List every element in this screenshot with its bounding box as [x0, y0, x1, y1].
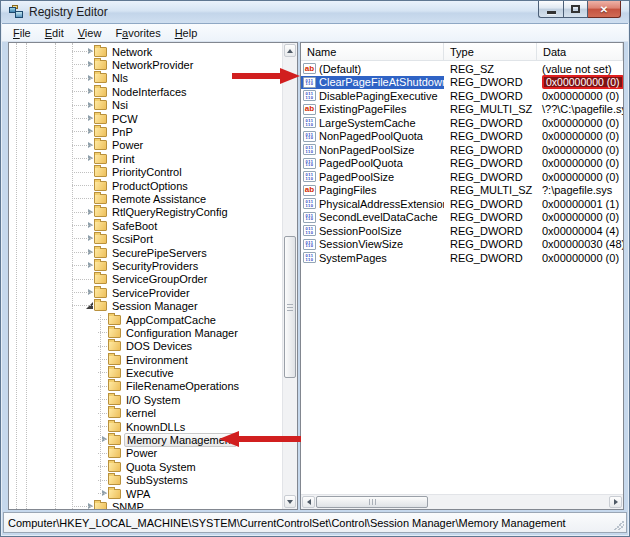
tree-item-appcompatcache[interactable]: AppCompatCache — [9, 313, 282, 326]
tree-item-label[interactable]: FileRenameOperations — [124, 380, 241, 392]
scroll-up-button[interactable] — [284, 44, 296, 57]
value-row-clearpagefileatshutdown[interactable]: 011 110ClearPageFileAtShutdownREG_DWORD0… — [301, 76, 623, 90]
column-header-data[interactable]: Data — [537, 43, 623, 60]
tree-item-label[interactable]: PCW — [110, 113, 140, 125]
expand-icon[interactable] — [88, 222, 93, 228]
value-name-cell[interactable]: 011 110ClearPageFileAtShutdown — [301, 76, 444, 90]
scroll-right-button[interactable] — [609, 496, 622, 508]
value-row-nonpagedpoolquota[interactable]: 011 110NonPagedPoolQuotaREG_DWORD0x00000… — [301, 130, 623, 144]
value-row-pagingfiles[interactable]: abPagingFilesREG_MULTI_SZ?:\pagefile.sys — [301, 184, 623, 198]
tree-item-label[interactable]: PnP — [110, 126, 135, 138]
tree-item-label[interactable]: ServiceProvider — [110, 287, 192, 299]
expand-icon[interactable] — [88, 102, 93, 108]
menu-view[interactable]: View — [71, 25, 109, 41]
tree-item-power[interactable]: Power — [9, 139, 282, 152]
tree-item-pcw[interactable]: PCW — [9, 112, 282, 125]
value-row-pagedpoolsize[interactable]: 011 110PagedPoolSizeREG_DWORD0x00000000 … — [301, 170, 623, 184]
expand-icon[interactable] — [102, 490, 107, 496]
tree-item-filerenameoperations[interactable]: FileRenameOperations — [9, 380, 282, 393]
tree-item-serviceprovider[interactable]: ServiceProvider — [9, 286, 282, 299]
tree-item-session-manager[interactable]: Session Manager — [9, 299, 282, 312]
scrollbar-thumb[interactable] — [316, 496, 428, 508]
expand-icon[interactable] — [88, 289, 93, 295]
tree-item-label[interactable]: Remote Assistance — [110, 193, 208, 205]
tree-item-quota-system[interactable]: Quota System — [9, 460, 282, 473]
tree-item-i-o-system[interactable]: I/O System — [9, 393, 282, 406]
tree-item-configuration-manager[interactable]: Configuration Manager — [9, 326, 282, 339]
tree-item-label[interactable]: KnownDLLs — [124, 421, 187, 433]
value-name-cell[interactable]: 011 110NonPagedPoolQuota — [301, 130, 444, 144]
expand-icon[interactable] — [88, 61, 93, 67]
tree-item-nodeinterfaces[interactable]: NodeInterfaces — [9, 85, 282, 98]
expand-icon[interactable] — [88, 503, 93, 509]
column-header-name[interactable]: Name — [301, 43, 444, 60]
tree-item-label[interactable]: NodeInterfaces — [110, 86, 189, 98]
tree-item-label[interactable]: AppCompatCache — [124, 314, 218, 326]
tree-item-remote-assistance[interactable]: Remote Assistance — [9, 192, 282, 205]
tree-item-scsiport[interactable]: ScsiPort — [9, 232, 282, 245]
value-row-sessionpoolsize[interactable]: 011 110SessionPoolSizeREG_DWORD0x0000000… — [301, 224, 623, 238]
tree-item-label[interactable]: Session Manager — [110, 300, 200, 312]
tree-item-label[interactable]: DOS Devices — [124, 340, 194, 352]
value-row-pagedpoolquota[interactable]: 011 110PagedPoolQuotaREG_DWORD0x00000000… — [301, 157, 623, 171]
tree-item-label[interactable]: SecurePipeServers — [110, 247, 209, 259]
scroll-down-button[interactable] — [284, 495, 296, 508]
scrollbar-thumb[interactable] — [284, 236, 296, 378]
value-name-cell[interactable]: ab(Default) — [301, 62, 444, 76]
value-name-cell[interactable]: 011 110DisablePagingExecutive — [301, 89, 444, 103]
menu-help[interactable]: Help — [168, 25, 205, 41]
tree-item-label[interactable]: Power — [124, 447, 159, 459]
value-row-systempages[interactable]: 011 110SystemPagesREG_DWORD0x00000000 (0… — [301, 251, 623, 265]
value-name-cell[interactable]: 011 110SystemPages — [301, 251, 444, 265]
tree-item-label[interactable]: SubSystems — [124, 474, 190, 486]
tree-item-label[interactable]: Nsi — [110, 99, 130, 111]
value-row-existingpagefiles[interactable]: abExistingPageFilesREG_MULTI_SZ\??\C:\pa… — [301, 103, 623, 117]
expand-icon[interactable] — [88, 142, 93, 148]
tree-item-label[interactable]: Nls — [110, 72, 130, 84]
value-name-cell[interactable]: 011 110PagedPoolQuota — [301, 157, 444, 171]
tree-item-kernel[interactable]: kernel — [9, 407, 282, 420]
tree-item-label[interactable]: SecurityProviders — [110, 260, 200, 272]
value-row-sessionviewsize[interactable]: 011 110SessionViewSizeREG_DWORD0x0000003… — [301, 238, 623, 252]
tree-item-network[interactable]: Network — [9, 45, 282, 58]
column-header-type[interactable]: Type — [444, 43, 537, 60]
expand-icon[interactable] — [88, 235, 93, 241]
tree-item-prioritycontrol[interactable]: PriorityControl — [9, 166, 282, 179]
tree-item-safeboot[interactable]: SafeBoot — [9, 219, 282, 232]
maximize-button[interactable] — [563, 1, 588, 18]
value-name-cell[interactable]: 011 110SessionPoolSize — [301, 224, 444, 238]
tree-item-label[interactable]: ProductOptions — [110, 180, 190, 192]
expand-icon[interactable] — [88, 48, 93, 54]
tree-item-wpa[interactable]: WPA — [9, 487, 282, 500]
tree-item-label[interactable]: PriorityControl — [110, 166, 184, 178]
tree-item-power[interactable]: Power — [9, 447, 282, 460]
tree-item-environment[interactable]: Environment — [9, 353, 282, 366]
tree-item-pnp[interactable]: PnP — [9, 125, 282, 138]
close-button[interactable]: ✕ — [588, 1, 621, 18]
value-name-cell[interactable]: 011 110SessionViewSize — [301, 238, 444, 252]
tree-item-rtlqueryregistryconfig[interactable]: RtlQueryRegistryConfig — [9, 206, 282, 219]
tree-item-label[interactable]: ServiceGroupOrder — [110, 273, 209, 285]
expand-icon[interactable] — [88, 155, 93, 161]
menu-edit[interactable]: Edit — [38, 25, 71, 41]
tree-item-label[interactable]: NetworkProvider — [110, 59, 195, 71]
value-row-nonpagedpoolsize[interactable]: 011 110NonPagedPoolSizeREG_DWORD0x000000… — [301, 143, 623, 157]
value-row-physicaladdressextension[interactable]: 011 110PhysicalAddressExtensionREG_DWORD… — [301, 197, 623, 211]
value-row-default[interactable]: ab(Default)REG_SZ(value not set) — [301, 62, 623, 76]
expand-icon[interactable] — [102, 436, 107, 442]
tree-item-label[interactable]: Configuration Manager — [124, 327, 240, 339]
expand-icon[interactable] — [88, 75, 93, 81]
tree-item-label[interactable]: Executive — [124, 367, 176, 379]
value-name-cell[interactable]: 011 110PagedPoolSize — [301, 170, 444, 184]
value-row-disablepagingexecutive[interactable]: 011 110DisablePagingExecutiveREG_DWORD0x… — [301, 89, 623, 103]
expand-icon[interactable] — [88, 128, 93, 134]
tree-item-servicegrouporder[interactable]: ServiceGroupOrder — [9, 273, 282, 286]
tree-item-label[interactable]: RtlQueryRegistryConfig — [110, 206, 230, 218]
value-row-secondleveldatacache[interactable]: 011 110SecondLevelDataCacheREG_DWORD0x00… — [301, 211, 623, 225]
tree-item-subsystems[interactable]: SubSystems — [9, 474, 282, 487]
expand-icon[interactable] — [88, 115, 93, 121]
tree-item-label[interactable]: Environment — [124, 354, 190, 366]
tree-item-label[interactable]: I/O System — [124, 394, 182, 406]
tree-item-label[interactable]: Network — [110, 46, 154, 58]
expand-icon[interactable] — [88, 88, 93, 94]
